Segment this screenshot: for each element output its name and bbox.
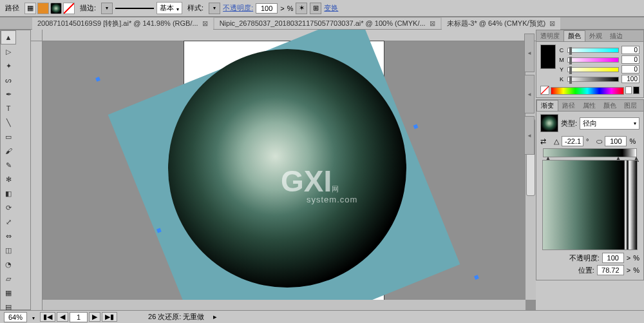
cmyk-m-row: M0	[558, 55, 639, 64]
status-dropdown-icon[interactable]: ▸	[213, 313, 217, 321]
opacity-link[interactable]: 不透明度:	[223, 3, 253, 13]
ruler-vertical[interactable]	[31, 41, 43, 310]
shape-builder-tool[interactable]: ◔	[1, 257, 16, 271]
zoom-level-input[interactable]: 64%	[4, 312, 27, 322]
selection-tool[interactable]: ▲	[1, 30, 16, 44]
pencil-tool[interactable]: ✎	[1, 158, 16, 172]
cmyk-y-slider[interactable]	[567, 67, 619, 72]
perspective-tool[interactable]: ▱	[1, 271, 16, 286]
canvas[interactable]: GXI网 system.com	[43, 41, 526, 300]
no-color-icon[interactable]	[540, 86, 549, 95]
pen-tool[interactable]: ✒	[1, 87, 16, 101]
cmyk-k-slider[interactable]	[567, 77, 619, 82]
direct-selection-tool[interactable]: ▷	[1, 44, 16, 59]
gradient-aspect-input[interactable]: 100	[605, 136, 627, 146]
tab-pathfinder[interactable]: 路径	[558, 101, 579, 111]
fill-swatch[interactable]	[37, 3, 49, 14]
cmyk-m-slider[interactable]	[567, 57, 619, 63]
first-artboard-button[interactable]: ▮◀	[40, 312, 55, 322]
graphic-style-dropdown[interactable]	[209, 3, 220, 14]
tab-attributes[interactable]: 属性	[579, 101, 600, 111]
rotate-tool[interactable]: ⟳	[1, 201, 16, 215]
last-artboard-button[interactable]: ▶▮	[102, 312, 117, 322]
collapsed-panel-toggle[interactable]	[524, 75, 535, 113]
prev-artboard-button[interactable]: ◀	[57, 312, 68, 322]
tab-transparency[interactable]: 透明度	[536, 31, 564, 41]
eraser-tool[interactable]: ◧	[1, 186, 16, 201]
color-panel: 透明度 颜色 外观 描边 C0 M0 Y0 K100	[536, 30, 644, 98]
collapsed-panel-dock	[524, 34, 535, 157]
status-bar: 64% ▮◀ ◀ 1 ▶ ▶▮ 26 次还原: 无重做 ▸	[0, 310, 644, 323]
document-tab[interactable]: 未标题-3* @ 64% (CMYK/预览)⊠	[442, 17, 561, 30]
collapsed-panel-toggle[interactable]	[524, 116, 535, 155]
gradient-type-select[interactable]: 径向	[580, 117, 639, 130]
opacity-value-input[interactable]: 100	[256, 3, 278, 14]
tab-color[interactable]: 颜色	[564, 30, 585, 41]
gradient-angle-input[interactable]: -22.1	[562, 136, 583, 146]
paintbrush-tool[interactable]: 🖌	[1, 144, 16, 158]
handle-icon[interactable]	[474, 275, 479, 280]
gradient-thumbnail[interactable]	[540, 114, 558, 132]
stroke-label: 描边:	[77, 3, 99, 13]
mesh-tool[interactable]: ▦	[1, 286, 16, 300]
fill-indicator[interactable]: ▦	[24, 3, 36, 14]
magic-wand-tool[interactable]: ✦	[1, 59, 16, 73]
gradient-swatch[interactable]	[50, 3, 62, 14]
gradient-location-input[interactable]: 78.72	[597, 265, 624, 275]
cmyk-c-slider[interactable]	[567, 48, 619, 53]
stroke-none-indicator[interactable]	[63, 3, 75, 14]
tab-gradient[interactable]: 渐变	[536, 100, 558, 111]
rectangle-tool[interactable]: ▭	[1, 130, 16, 144]
blob-brush-tool[interactable]: ✻	[1, 172, 16, 186]
document-tab[interactable]: 20087101450169S9 [转换].ai* @ 141.98% (RGB…	[32, 17, 213, 30]
zoom-dropdown-icon[interactable]	[32, 313, 35, 321]
tab-stroke[interactable]: 描边	[606, 31, 627, 41]
tab-appearance[interactable]: 外观	[585, 31, 606, 41]
black-swatch-icon[interactable]	[633, 86, 639, 94]
cmyk-k-row: K100	[558, 75, 639, 83]
gradient-preview	[542, 160, 638, 250]
close-icon[interactable]: ⊠	[430, 19, 435, 28]
free-transform-tool[interactable]: ◫	[1, 243, 16, 257]
color-spectrum[interactable]	[551, 87, 624, 95]
artboard-number-input[interactable]: 1	[70, 312, 88, 322]
lasso-tool[interactable]: ᔕ	[1, 73, 16, 87]
width-tool[interactable]: ⇔	[1, 229, 16, 243]
tab-layers[interactable]: 图层	[620, 101, 641, 111]
ruler-origin[interactable]	[31, 30, 43, 41]
artwork-sphere[interactable]	[168, 49, 406, 288]
right-panels: 透明度 颜色 外观 描边 C0 M0 Y0 K100	[536, 30, 644, 310]
gradient-location-label: 位置:	[578, 266, 594, 275]
close-icon[interactable]: ⊠	[202, 19, 208, 28]
close-icon[interactable]: ⊠	[549, 19, 555, 28]
gradient-ramp[interactable]	[543, 148, 637, 157]
document-tab[interactable]: Nipic_26785037_20180321175057703037.ai* …	[214, 18, 440, 29]
cmyk-c-value[interactable]: 0	[621, 46, 639, 54]
horizontal-scrollbar[interactable]	[43, 300, 526, 310]
current-color-swatch[interactable]	[540, 44, 556, 69]
collapsed-panel-toggle[interactable]	[524, 34, 535, 72]
transform-link[interactable]: 变换	[324, 3, 338, 13]
tab-color2[interactable]: 颜色	[600, 101, 620, 111]
cmyk-m-value[interactable]: 0	[621, 55, 639, 64]
gradient-opacity-input[interactable]: 100	[602, 253, 624, 263]
gradient-opacity-label: 不透明度:	[569, 253, 600, 263]
recolor-artwork-button[interactable]: ✶	[296, 3, 307, 14]
next-artboard-button[interactable]: ▶	[89, 312, 100, 322]
handle-icon[interactable]	[95, 77, 100, 82]
align-button[interactable]: ⊞	[310, 3, 321, 14]
line-tool[interactable]: ╲	[1, 115, 16, 130]
white-swatch-icon[interactable]	[625, 86, 632, 94]
stroke-style-select[interactable]: 基本	[156, 2, 182, 14]
reverse-gradient-icon[interactable]: ⇄	[540, 137, 546, 146]
handle-icon[interactable]	[413, 124, 418, 129]
stroke-weight-dropdown[interactable]	[101, 3, 113, 14]
ruler-horizontal[interactable]	[43, 30, 536, 41]
type-tool[interactable]: T	[1, 101, 16, 115]
control-bar: 路径 ▦ 描边: 基本 样式: 不透明度: 100 > % ✶ ⊞ 变换	[0, 0, 644, 17]
canvas-area: GXI网 system.com	[31, 30, 536, 310]
cmyk-k-value[interactable]: 100	[621, 75, 639, 83]
scale-tool[interactable]: ⤢	[1, 215, 16, 229]
cmyk-y-value[interactable]: 0	[621, 65, 639, 73]
aspect-icon: ⬭	[596, 137, 602, 146]
